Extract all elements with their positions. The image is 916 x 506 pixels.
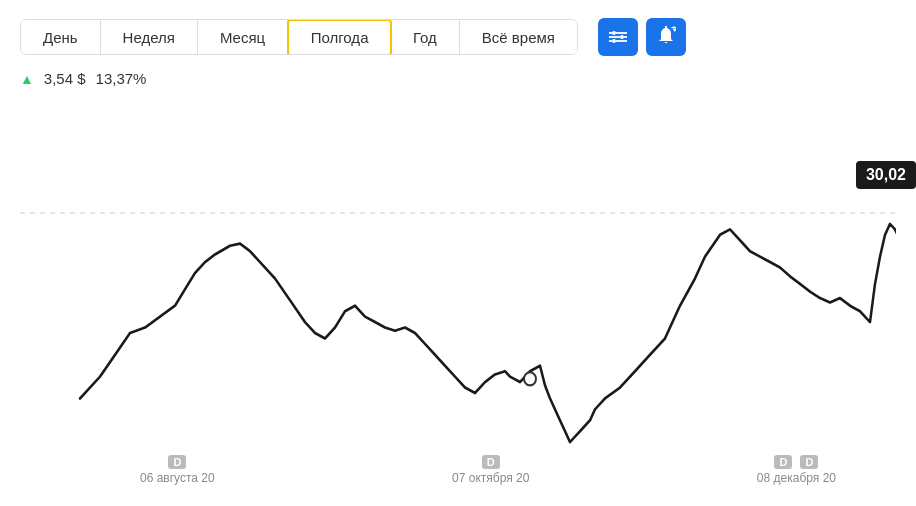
filter-button[interactable] <box>598 18 638 56</box>
x-label-dec: D D 08 декабря 20 <box>757 455 836 485</box>
x-date-2: 07 октября 20 <box>452 471 529 485</box>
chart-area: 30,02 <box>0 93 916 453</box>
tab-week[interactable]: Неделя <box>101 20 198 54</box>
svg-point-2 <box>612 39 616 43</box>
icon-buttons: + <box>598 18 686 56</box>
dividend-marker-1: D <box>168 455 186 469</box>
tab-all[interactable]: Всё время <box>460 20 577 54</box>
tab-halfyear[interactable]: Полгода <box>287 19 393 55</box>
chart-line <box>80 224 896 442</box>
bell-button[interactable]: + <box>646 18 686 56</box>
stat-percent: 13,37% <box>96 70 147 87</box>
dividend-marker-3b: D <box>800 455 818 469</box>
toa-marker <box>524 372 536 385</box>
svg-point-0 <box>612 31 616 35</box>
bell-icon: + <box>656 26 676 48</box>
header: День Неделя Месяц Полгода Год Всё время <box>0 0 916 66</box>
stat-arrow: ▲ <box>20 71 34 87</box>
tab-day[interactable]: День <box>21 20 101 54</box>
price-label: 30,02 <box>856 161 916 189</box>
dividend-marker-2: D <box>482 455 500 469</box>
stat-change: 3,54 $ <box>44 70 86 87</box>
tab-month[interactable]: Месяц <box>198 20 288 54</box>
x-date-3: 08 декабря 20 <box>757 471 836 485</box>
svg-point-1 <box>620 35 624 39</box>
svg-text:+: + <box>671 26 676 33</box>
time-tabs: День Неделя Месяц Полгода Год Всё время <box>20 19 578 55</box>
stat-row: ▲ 3,54 $ 13,37% <box>0 66 916 93</box>
dividend-marker-3a: D <box>774 455 792 469</box>
x-axis: D 06 августа 20 D 07 октября 20 D D 08 д… <box>0 455 916 485</box>
x-label-aug: D 06 августа 20 <box>140 455 215 485</box>
x-label-oct: D 07 октября 20 <box>452 455 529 485</box>
price-chart <box>20 93 896 453</box>
tab-year[interactable]: Год <box>391 20 460 54</box>
x-date-1: 06 августа 20 <box>140 471 215 485</box>
filter-icon <box>608 27 628 47</box>
